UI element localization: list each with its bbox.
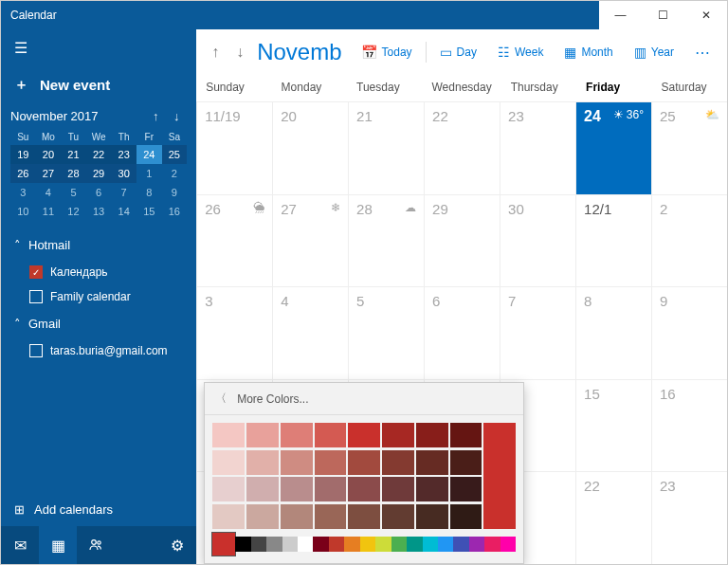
prev-arrow-icon[interactable]: ↑ [206, 38, 225, 66]
mini-day[interactable]: 11 [36, 202, 62, 221]
color-swatch[interactable] [348, 450, 380, 475]
back-icon[interactable]: 〈 [205, 391, 237, 407]
color-swatch[interactable] [281, 477, 313, 501]
color-swatch[interactable] [212, 423, 245, 447]
mini-day[interactable]: 28 [61, 164, 86, 183]
close-button[interactable]: ✕ [684, 1, 727, 29]
hue-swatch[interactable] [329, 537, 344, 552]
calendar-cell[interactable]: 28☁ [348, 194, 424, 287]
more-icon[interactable]: ⋯ [687, 40, 718, 65]
calendar-cell[interactable]: 20 [272, 101, 348, 194]
calendar-item[interactable]: Family calendar [1, 284, 196, 309]
mini-day[interactable]: 21 [61, 145, 86, 164]
week-view-button[interactable]: ☷Week [490, 40, 551, 64]
mini-day[interactable]: 29 [86, 164, 112, 183]
mini-day[interactable]: 7 [111, 183, 136, 202]
color-swatch[interactable] [315, 477, 347, 501]
color-swatch[interactable] [315, 504, 347, 529]
next-arrow-icon[interactable]: ↓ [230, 38, 249, 66]
calendar-cell[interactable]: 3 [196, 286, 272, 379]
mini-day[interactable]: 30 [111, 164, 136, 183]
hue-swatch[interactable] [438, 537, 453, 552]
color-swatch[interactable] [450, 450, 482, 475]
color-swatch[interactable] [246, 477, 279, 501]
color-swatch[interactable] [450, 504, 482, 529]
checkbox[interactable] [29, 290, 43, 303]
today-button[interactable]: 📅Today [354, 40, 420, 64]
account-header[interactable]: ˄Hotmail [1, 230, 196, 260]
hue-swatch[interactable] [500, 537, 516, 552]
color-swatch[interactable] [212, 477, 245, 501]
hue-swatch[interactable] [235, 537, 250, 552]
color-swatch[interactable] [450, 477, 482, 501]
hue-swatch[interactable] [469, 537, 484, 552]
mini-next-icon[interactable]: ↓ [166, 109, 187, 123]
mini-calendar-month[interactable]: November 2017 [10, 109, 145, 123]
calendar-cell[interactable]: 23 [500, 101, 575, 194]
mini-day[interactable]: 2 [162, 164, 188, 183]
mini-day[interactable]: 9 [162, 183, 188, 202]
calendar-cell[interactable]: 24☀36° [575, 101, 651, 194]
year-view-button[interactable]: ▥Year [627, 40, 682, 64]
mini-day[interactable]: 13 [86, 202, 112, 221]
hue-swatch[interactable] [282, 537, 298, 552]
calendar-cell[interactable]: 5 [348, 286, 424, 379]
mini-day[interactable]: 1 [136, 164, 162, 183]
color-swatch[interactable] [416, 450, 448, 475]
color-swatch[interactable] [281, 423, 313, 447]
calendar-cell[interactable]: 6 [424, 286, 500, 379]
people-icon[interactable] [77, 526, 115, 564]
hue-swatch[interactable] [407, 537, 422, 552]
calendar-cell[interactable]: 2 [651, 194, 727, 287]
mini-day[interactable]: 4 [36, 183, 62, 202]
checkbox[interactable]: ✓ [29, 265, 43, 279]
calendar-cell[interactable]: 11/19 [196, 101, 272, 194]
calendar-cell[interactable]: 8 [575, 286, 651, 379]
color-swatch[interactable] [382, 477, 414, 501]
calendar-cell[interactable]: 22 [424, 101, 500, 194]
mini-day[interactable]: 12 [61, 202, 86, 221]
color-swatch[interactable] [348, 477, 380, 501]
new-event-button[interactable]: ＋ New event [1, 66, 196, 103]
hue-swatch[interactable] [251, 537, 266, 552]
hue-swatch[interactable] [298, 537, 313, 552]
settings-icon[interactable]: ⚙ [158, 526, 196, 564]
mini-day[interactable]: 23 [111, 145, 136, 164]
mini-day[interactable]: 14 [111, 202, 136, 221]
mini-day[interactable]: 20 [36, 145, 62, 164]
color-swatch[interactable] [281, 504, 313, 529]
month-view-button[interactable]: ▦Month [556, 40, 620, 64]
mini-day[interactable]: 22 [86, 145, 112, 164]
calendar-cell[interactable]: 16 [651, 379, 727, 472]
mini-day[interactable]: 6 [86, 183, 112, 202]
calendar-cell[interactable]: 22 [575, 471, 651, 564]
color-swatch[interactable] [348, 504, 380, 529]
calendar-cell[interactable]: 4 [272, 286, 348, 379]
mini-day[interactable]: 24 [136, 145, 162, 164]
color-swatch[interactable] [246, 450, 279, 475]
calendar-item[interactable]: taras.buria@gmail.com [1, 338, 196, 363]
hue-swatch[interactable] [484, 537, 500, 552]
mini-day[interactable]: 3 [10, 183, 36, 202]
hue-swatch[interactable] [344, 537, 359, 552]
color-swatch-accent[interactable] [483, 423, 516, 529]
hue-swatch[interactable] [313, 537, 328, 552]
color-swatch[interactable] [212, 504, 245, 529]
calendar-cell[interactable]: 9 [651, 286, 727, 379]
calendar-cell[interactable]: 7 [500, 286, 575, 379]
calendar-cell[interactable]: 12/1 [575, 194, 651, 287]
hamburger-icon[interactable]: ☰ [1, 29, 196, 66]
calendar-cell[interactable]: 26🌦 [196, 194, 272, 287]
add-calendars-button[interactable]: ⊞ Add calendars [1, 493, 196, 526]
hue-swatch[interactable] [266, 537, 282, 552]
color-swatch[interactable] [382, 450, 414, 475]
color-swatch[interactable] [382, 504, 414, 529]
mini-day[interactable]: 10 [10, 202, 36, 221]
calendar-cell[interactable]: 29 [424, 194, 500, 287]
hue-swatch[interactable] [212, 533, 235, 556]
mini-day[interactable]: 5 [61, 183, 86, 202]
hue-swatch[interactable] [360, 537, 375, 552]
hue-swatch[interactable] [375, 537, 391, 552]
color-swatch[interactable] [450, 423, 482, 447]
mini-day[interactable]: 8 [136, 183, 162, 202]
